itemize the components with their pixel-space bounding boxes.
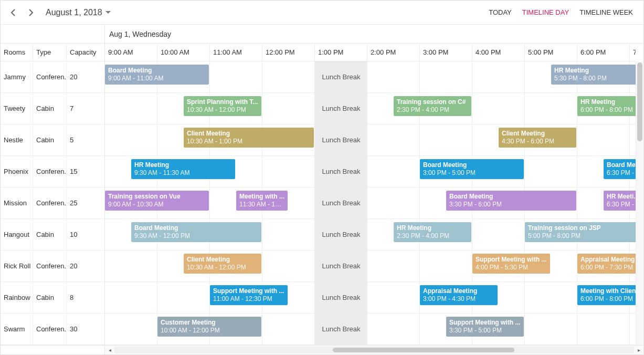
resource-room: Swarm: [1, 314, 33, 344]
resource-row: RainbowCabin8: [1, 282, 104, 314]
scheduler-app: August 1, 2018 TODAY TIMELINE DAY TIMELI…: [0, 0, 644, 355]
event-title: HR Meeti...: [607, 193, 636, 201]
resource-type: Cabin: [33, 219, 67, 250]
resource-type: Conferen...: [33, 187, 67, 218]
today-button[interactable]: TODAY: [483, 4, 517, 20]
event[interactable]: Support Meeting with ...4:00 PM - 5:30 P…: [472, 254, 550, 274]
hscroll-right-arrow[interactable]: ▸: [634, 346, 643, 354]
resource-type: Conferen...: [33, 156, 67, 187]
view-timeline-week[interactable]: TIMELINE WEEK: [574, 4, 638, 20]
event[interactable]: Board Me...6:30 PM - 8...: [604, 159, 636, 179]
lunch-break-cell: Lunch Break: [315, 93, 367, 124]
timeline-row[interactable]: Lunch BreakTraining session on Vue9:00 A…: [105, 187, 636, 219]
timeline-row[interactable]: Lunch BreakCustomer Meeting10:00 AM - 12…: [105, 314, 636, 345]
resource-room: Hangout: [1, 219, 33, 250]
hscroll-spacer: [1, 346, 105, 354]
resource-row: SwarmConferen...30: [1, 314, 104, 345]
col-header-capacity: Capacity: [67, 44, 104, 61]
event[interactable]: Customer Meeting10:00 AM - 12:00 PM: [157, 317, 261, 337]
event-time: 9:00 AM - 11:00 AM: [108, 75, 206, 82]
view-timeline-day[interactable]: TIMELINE DAY: [517, 4, 574, 20]
event[interactable]: HR Meeting9:30 AM - 11:30 AM: [131, 159, 235, 179]
event[interactable]: Client Meeting10:30 AM - 1:00 PM: [184, 128, 314, 148]
event-title: HR Meeting: [397, 224, 468, 232]
event[interactable]: HR Meeting5:30 PM - 8:00 PM: [551, 65, 636, 85]
event[interactable]: Training session on JSP5:00 PM - 8:00 PM: [525, 222, 636, 242]
hscroll-thumb[interactable]: [333, 348, 515, 352]
event[interactable]: Appraisal Meeting6:00 PM - 7:30 PM: [577, 254, 636, 274]
event-title: Board Me...: [607, 161, 636, 169]
event[interactable]: Support Meeting with ...3:30 PM - 5:00 P…: [446, 317, 524, 337]
timeline-row[interactable]: Lunch BreakClient Meeting10:30 AM - 1:00…: [105, 124, 636, 156]
lunch-break-cell: Lunch Break: [315, 282, 367, 313]
event-time: 4:00 PM - 5:30 PM: [476, 264, 547, 272]
event[interactable]: Board Meeting3:30 PM - 6:00 PM: [446, 191, 576, 211]
time-header-cell: 10:00 AM: [157, 44, 210, 61]
event[interactable]: Client Meeting4:30 PM - 6:00 PM: [499, 128, 576, 148]
event[interactable]: Board Meeting9:30 AM - 12:00 PM: [131, 222, 261, 242]
resource-capacity: 8: [67, 282, 104, 313]
hscroll-left-arrow[interactable]: ◂: [105, 346, 114, 354]
col-header-room: Rooms: [1, 44, 33, 61]
event[interactable]: Training session on C#2:30 PM - 4:00 PM: [394, 96, 471, 116]
event[interactable]: HR Meeting6:00 PM - 8:00 PM: [577, 96, 636, 116]
horizontal-scrollbar[interactable]: ◂ ▸: [105, 346, 643, 354]
event-title: Training session on JSP: [528, 224, 636, 232]
timeline-body[interactable]: Lunch BreakBoard Meeting9:00 AM - 11:00 …: [105, 61, 636, 345]
grid-area: Rooms Type Capacity JammyConferen...20Tw…: [1, 44, 643, 345]
event-time: 4:30 PM - 6:00 PM: [502, 138, 573, 145]
event[interactable]: Meeting with ...11:30 AM - 12:3...: [236, 191, 288, 211]
timeline-row[interactable]: Lunch BreakSprint Planning with T...10:3…: [105, 93, 636, 124]
timeline-pane: 9:00 AM10:00 AM11:00 AM12:00 PM1:00 PM2:…: [105, 44, 643, 345]
day-header-label: Aug 1, Wednesday: [105, 25, 171, 43]
vertical-scrollbar[interactable]: [636, 61, 643, 345]
resource-capacity: 7: [67, 93, 104, 124]
time-header-cell: 11:00 AM: [210, 44, 262, 61]
event-title: HR Meeting: [134, 161, 232, 169]
resource-columns-header: Rooms Type Capacity: [1, 44, 104, 61]
event-title: Training session on C#: [397, 98, 468, 106]
resource-row: TweetyCabin7: [1, 93, 104, 124]
resource-capacity: 30: [67, 314, 104, 344]
time-header-cell: 2:00 PM: [367, 44, 420, 61]
chevron-left-icon: [10, 9, 16, 16]
event[interactable]: Board Meeting3:00 PM - 5:00 PM: [420, 159, 524, 179]
timeline-row[interactable]: Lunch BreakBoard Meeting9:30 AM - 12:00 …: [105, 219, 636, 250]
hscroll-track[interactable]: [114, 347, 634, 353]
timeline-row[interactable]: Lunch BreakClient Meeting10:30 AM - 12:0…: [105, 250, 636, 282]
event-time: 5:30 PM - 8:00 PM: [554, 75, 636, 82]
lunch-break-cell: Lunch Break: [315, 124, 367, 155]
scheduler-body: Aug 1, Wednesday Rooms Type Capacity Jam…: [1, 25, 643, 354]
prev-button[interactable]: [6, 5, 20, 20]
event[interactable]: HR Meeti...6:30 PM - 8...: [604, 191, 636, 211]
time-header-cell: 3:00 PM: [420, 44, 472, 61]
event-time: 9:30 AM - 12:00 PM: [134, 232, 258, 240]
event-title: Support Meeting with ...: [476, 256, 547, 264]
event[interactable]: Client Meeting10:30 AM - 12:00 PM: [184, 254, 261, 274]
timeline-row[interactable]: Lunch BreakHR Meeting9:30 AM - 11:30 AMB…: [105, 156, 636, 187]
event[interactable]: Meeting with Clien...6:00 PM - 8:00 PM: [577, 285, 636, 305]
vertical-scrollbar-thumb[interactable]: [637, 62, 642, 141]
timeline-row[interactable]: Lunch BreakSupport Meeting with ...11:00…: [105, 282, 636, 314]
event-time: 5:00 PM - 8:00 PM: [528, 232, 636, 240]
event[interactable]: Training session on Vue9:00 AM - 10:30 A…: [105, 191, 209, 211]
event-time: 10:30 AM - 12:00 PM: [187, 106, 258, 114]
event[interactable]: HR Meeting2:30 PM - 4:00 PM: [394, 222, 471, 242]
time-header-cell: 4:00 PM: [472, 44, 525, 61]
toolbar-left: August 1, 2018: [6, 5, 111, 20]
event-time: 10:30 AM - 12:00 PM: [187, 264, 258, 272]
resource-type: Conferen...: [33, 314, 67, 344]
event[interactable]: Sprint Planning with T...10:30 AM - 12:0…: [184, 96, 261, 116]
timeline-row[interactable]: Lunch BreakBoard Meeting9:00 AM - 11:00 …: [105, 61, 636, 93]
lunch-break-cell: Lunch Break: [315, 314, 367, 344]
event-time: 3:30 PM - 6:00 PM: [449, 201, 573, 208]
event[interactable]: Support Meeting with ...11:00 AM - 12:30…: [210, 285, 288, 305]
next-button[interactable]: [24, 5, 38, 20]
resource-room: Mission: [1, 187, 33, 218]
date-range-picker[interactable]: August 1, 2018: [46, 8, 111, 17]
event[interactable]: Appraisal Meeting3:00 PM - 4:30 PM: [420, 285, 498, 305]
event-title: Training session on Vue: [108, 193, 206, 201]
day-header-spacer: [1, 25, 105, 43]
event[interactable]: Board Meeting9:00 AM - 11:00 AM: [105, 65, 209, 85]
resource-type: Conferen...: [33, 250, 67, 281]
